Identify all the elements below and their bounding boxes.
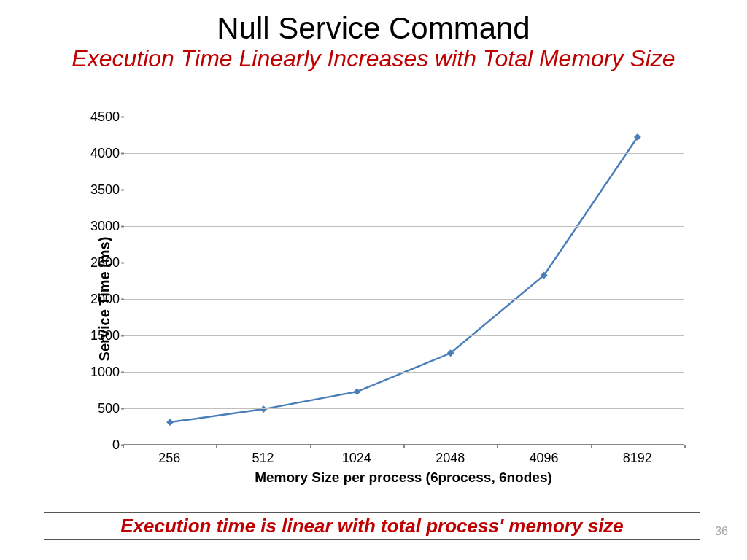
y-tick-label: 2500 [86, 255, 120, 271]
page-number: 36 [715, 525, 728, 538]
y-tick-label: 0 [86, 438, 120, 453]
y-tick-label: 1500 [86, 328, 120, 343]
y-tick-label: 3500 [86, 182, 120, 198]
y-tick-mark [121, 299, 124, 300]
caption-text: Execution time is linear with total proc… [120, 515, 624, 537]
x-tick-mark [310, 445, 311, 448]
y-tick-mark [121, 153, 124, 155]
data-marker [166, 419, 174, 426]
data-marker [260, 405, 267, 413]
y-tick-label: 3000 [86, 219, 120, 234]
y-tick-label: 1000 [86, 365, 120, 380]
data-marker [353, 388, 360, 395]
x-tick-label: 8192 [623, 451, 652, 466]
x-tick-mark [123, 445, 124, 448]
y-tick-label: 4000 [86, 146, 120, 161]
x-tick-mark [403, 445, 405, 448]
x-tick-mark [497, 445, 498, 448]
caption-box: Execution time is linear with total proc… [44, 512, 700, 540]
y-tick-mark [121, 408, 124, 410]
x-tick-label: 2048 [436, 451, 465, 466]
y-tick-label: 4500 [86, 109, 120, 125]
x-tick-mark [216, 445, 217, 448]
y-tick-mark [121, 190, 124, 191]
grid-line [123, 408, 684, 409]
line-series [123, 117, 684, 444]
slide-subtitle: Execution Time Linearly Increases with T… [0, 45, 747, 72]
x-tick-mark [684, 445, 686, 448]
grid-line [123, 226, 684, 227]
y-tick-label: 500 [86, 401, 120, 416]
x-axis-label: Memory Size per process (6process, 6node… [123, 470, 684, 486]
grid-line [123, 262, 684, 263]
x-tick-mark [591, 445, 592, 448]
grid-line [123, 117, 684, 117]
y-tick-label: 2000 [86, 292, 120, 307]
grid-line [123, 153, 684, 154]
grid-line [123, 335, 684, 336]
x-tick-label: 256 [158, 451, 180, 466]
x-tick-label: 512 [252, 451, 274, 466]
chart: Service Time (ms) Memory Size per proces… [57, 109, 699, 489]
grid-line [123, 372, 684, 373]
y-tick-mark [121, 117, 124, 118]
plot-area [123, 117, 684, 445]
x-tick-label: 4096 [529, 451, 558, 466]
y-tick-mark [121, 335, 124, 337]
x-tick-label: 1024 [342, 451, 371, 466]
slide: Null Service Command Execution Time Line… [0, 0, 747, 560]
slide-title: Null Service Command [0, 13, 747, 44]
grid-line [123, 299, 684, 300]
data-line [170, 137, 638, 422]
y-tick-mark [121, 262, 124, 264]
y-tick-mark [121, 226, 124, 228]
y-tick-mark [121, 372, 124, 373]
grid-line [123, 190, 684, 190]
